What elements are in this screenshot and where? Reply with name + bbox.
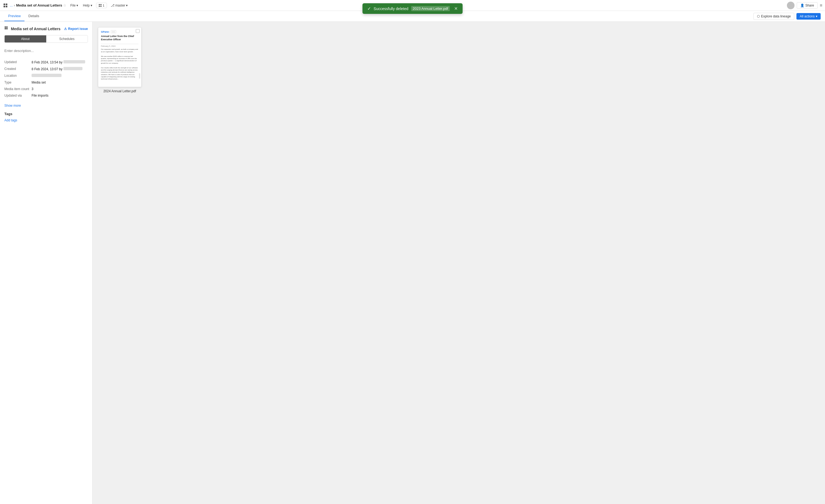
svg-rect-10 — [5, 28, 6, 29]
svg-rect-9 — [6, 26, 8, 28]
share-button[interactable]: 👤 Share — [797, 2, 818, 9]
star-icon[interactable]: ☆ — [63, 3, 66, 7]
tab-schedules[interactable]: Schedules — [46, 35, 88, 43]
file-card[interactable]: GPane: □ □ Annual Letter from the Chief … — [98, 27, 142, 93]
all-actions-arrow: ▾ — [816, 14, 817, 18]
content-area: GPane: □ □ Annual Letter from the Chief … — [92, 22, 825, 504]
share-icon: 👤 — [800, 4, 804, 7]
tab-bar-right: ⬡ Explore data lineage All actions ▾ — [753, 13, 821, 20]
help-menu-arrow: ▾ — [91, 4, 92, 7]
svg-rect-6 — [99, 6, 100, 7]
lineage-icon: ⬡ — [757, 14, 760, 18]
file-menu[interactable]: File ▾ — [68, 2, 80, 8]
check-icon: ✓ — [367, 6, 371, 11]
media-set-icon — [4, 26, 9, 31]
avatar — [787, 2, 795, 9]
thumb-logo: GPane: — [101, 30, 110, 33]
thumb-badge1: □ □ — [111, 30, 116, 33]
file-name: 2024 Annual Letter.pdf — [103, 89, 136, 93]
thumb-scroll[interactable] — [139, 73, 140, 79]
svg-rect-7 — [100, 6, 101, 7]
toast-filename: 2023 Annual Letter.pdf — [411, 6, 450, 11]
svg-rect-2 — [4, 6, 5, 7]
sidebar-tabs: About Schedules — [4, 35, 88, 43]
type-row: Type Media set — [4, 79, 88, 86]
tags-section: Tags Add tags — [4, 112, 88, 122]
thumb-date: February 5, 2024 — [101, 45, 139, 47]
breadcrumb: ... › Media set of Annual Letters ☆ — [10, 3, 66, 7]
svg-rect-4 — [99, 4, 100, 5]
grid-icon[interactable] — [3, 3, 8, 8]
thumb-checkbox[interactable] — [136, 29, 140, 33]
sidebar-title-row: Media set of Annual Letters ⚠ Report iss… — [4, 26, 88, 31]
explore-lineage-button[interactable]: ⬡ Explore data lineage — [753, 13, 794, 20]
svg-rect-3 — [6, 6, 7, 7]
file-thumbnail: GPane: □ □ Annual Letter from the Chief … — [98, 27, 142, 87]
description-input[interactable] — [4, 47, 88, 55]
thumb-title: Annual Letter from the Chief Executive O… — [101, 35, 139, 41]
updated-row: Updated 8 Feb 2024, 13:54 by — [4, 59, 88, 66]
svg-rect-1 — [6, 4, 7, 5]
menu-lines-icon[interactable]: ≡ — [820, 3, 822, 8]
sidebar-media-set-title: Media set of Annual Letters — [11, 27, 60, 31]
tab-about[interactable]: About — [5, 35, 46, 43]
svg-rect-11 — [6, 28, 8, 29]
updated-by-placeholder — [63, 60, 85, 63]
toast-message: Successfully deleted — [374, 7, 408, 11]
tab-preview[interactable]: Preview — [4, 11, 24, 21]
thumb-icon-row: GPane: □ □ — [101, 30, 139, 33]
help-menu[interactable]: Help ▾ — [81, 2, 94, 8]
all-actions-button[interactable]: All actions ▾ — [797, 13, 821, 20]
thumb-divider — [101, 44, 139, 44]
workspace-badge: 1 — [96, 3, 107, 8]
svg-rect-5 — [100, 4, 101, 5]
breadcrumb-parent[interactable]: ... — [10, 3, 13, 7]
file-menu-arrow: ▾ — [76, 4, 78, 7]
show-more-link[interactable]: Show more — [4, 104, 21, 107]
branch-selector[interactable]: ⎇ master ▾ — [108, 2, 130, 8]
breadcrumb-sep: › — [14, 3, 15, 7]
add-tags-link[interactable]: Add tags — [4, 118, 17, 122]
report-issue-link[interactable]: ⚠ Report issue — [64, 27, 88, 31]
created-row: Created 8 Feb 2024, 13:07 by — [4, 66, 88, 72]
tags-title: Tags — [4, 112, 88, 116]
toast-close[interactable]: ✕ — [454, 6, 458, 11]
success-toast: ✓ Successfully deleted 2023 Annual Lette… — [362, 3, 463, 14]
top-bar-right: 👤 Share ≡ — [787, 2, 822, 9]
metadata-table: Updated 8 Feb 2024, 13:54 by Created 8 F… — [4, 59, 88, 99]
location-row: Location — [4, 72, 88, 79]
thumb-body: Our expansion and growth, as both a comp… — [101, 48, 139, 80]
top-bar-menu: File ▾ Help ▾ — [68, 2, 94, 8]
sidebar: Media set of Annual Letters ⚠ Report iss… — [0, 22, 92, 504]
svg-rect-0 — [4, 4, 5, 5]
updated-via-row: Updated via File imports — [4, 92, 88, 99]
location-placeholder — [31, 74, 62, 77]
created-by-placeholder — [63, 67, 82, 70]
report-icon: ⚠ — [64, 27, 67, 31]
tab-details[interactable]: Details — [24, 11, 43, 21]
media-count-row: Media item count 3 — [4, 86, 88, 92]
main-layout: Media set of Annual Letters ⚠ Report iss… — [0, 22, 825, 504]
svg-rect-8 — [5, 26, 6, 28]
breadcrumb-current: Media set of Annual Letters — [16, 3, 62, 7]
